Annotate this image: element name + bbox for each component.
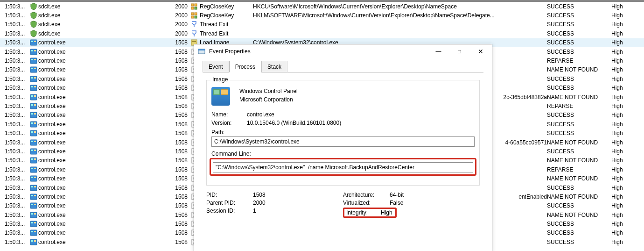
svg-rect-62 [31, 158, 33, 160]
process-name: control.exe [38, 103, 66, 109]
svg-rect-91 [34, 222, 36, 223]
detail-cell: High [611, 85, 635, 91]
result-cell: NAME NOT FOUND [547, 157, 611, 164]
process-icon [30, 111, 37, 119]
svg-rect-97 [30, 239, 37, 245]
path-label: Path: [211, 129, 475, 136]
titlebar[interactable]: Event Properties — □ ✕ [194, 44, 492, 58]
svg-rect-67 [34, 168, 36, 169]
svg-rect-29 [30, 85, 37, 91]
result-cell: NAME NOT FOUND [547, 175, 611, 182]
time-cell: 1:50:3... [0, 121, 30, 128]
time-cell: 1:50:3... [0, 21, 30, 28]
pid-cell: 1508 [170, 166, 190, 173]
svg-rect-95 [34, 231, 36, 232]
time-cell: 1:50:3... [0, 39, 30, 46]
tab-event[interactable]: Event [203, 61, 229, 72]
svg-rect-86 [31, 213, 33, 215]
integrity-highlight: Integrity: High [343, 208, 397, 218]
detail-cell: High [611, 30, 635, 37]
cmdline-field[interactable] [213, 162, 473, 172]
maximize-button[interactable]: □ [449, 45, 470, 58]
result-cell: SUCCESS [547, 148, 611, 155]
time-cell: 1:50:3... [0, 139, 30, 146]
virt-value: False [390, 200, 403, 206]
table-row[interactable]: 1:50:3...sdclt.exe2000Thread ExitSUCCESS… [0, 20, 644, 29]
result-cell: REPARSE [547, 57, 611, 64]
time-cell: 1:50:3... [0, 221, 30, 227]
process-name: control.exe [38, 157, 66, 164]
image-group-label: Image [210, 76, 230, 83]
operation-name: RegCloseKey [200, 12, 234, 19]
operation-icon [190, 3, 198, 10]
time-cell: 1:50:3... [0, 166, 30, 173]
process-icon [30, 21, 37, 28]
time-cell: 1:50:3... [0, 12, 30, 19]
pid-label: PID: [206, 192, 253, 198]
detail-cell: High [611, 94, 635, 100]
operation-icon [190, 12, 198, 19]
virt-label: Virtualized: [343, 200, 390, 206]
detail-cell: High [611, 139, 635, 146]
pid-cell: 1508 [170, 103, 190, 109]
process-name: control.exe [38, 175, 66, 182]
time-cell: 1:50:3... [0, 212, 30, 218]
result-cell: NAME NOT FOUND [547, 139, 611, 146]
process-name: control.exe [38, 121, 66, 128]
process-icon [30, 3, 37, 10]
result-cell: NAME NOT FOUND [547, 194, 611, 200]
path-field[interactable] [211, 136, 475, 147]
tab-process[interactable]: Process [229, 61, 261, 72]
time-cell: 1:50:3... [0, 94, 30, 100]
ppid-value: 2000 [253, 200, 266, 206]
detail-cell: High [611, 121, 635, 128]
table-row[interactable]: 1:50:3...sdclt.exe2000Thread ExitSUCCESS… [0, 29, 644, 38]
image-description: Windows Control Panel [239, 87, 298, 95]
svg-rect-1 [195, 4, 197, 6]
pid-cell: 2000 [170, 30, 190, 37]
svg-rect-79 [34, 195, 36, 196]
cmdline-label: Command Line: [211, 151, 475, 157]
svg-rect-51 [34, 131, 36, 133]
process-icon [30, 102, 37, 110]
process-icon [30, 166, 37, 173]
svg-rect-0 [191, 4, 194, 6]
process-name: control.exe [38, 76, 66, 82]
result-cell: SUCCESS [547, 239, 611, 245]
time-cell: 1:50:3... [0, 76, 30, 82]
time-cell: 1:50:3... [0, 239, 30, 245]
svg-rect-9 [31, 41, 33, 42]
pid-cell: 1508 [170, 202, 190, 209]
process-icon [30, 75, 37, 83]
integrity-value: High [381, 209, 392, 216]
process-icon [30, 12, 37, 19]
tab-stack[interactable]: Stack [261, 61, 287, 72]
svg-rect-41 [30, 112, 37, 118]
pid-cell: 1508 [170, 212, 190, 218]
pid-cell: 2000 [170, 21, 190, 28]
detail-cell: High [611, 229, 635, 236]
result-cell: SUCCESS [547, 121, 611, 128]
svg-rect-31 [34, 86, 36, 87]
svg-rect-57 [30, 149, 37, 154]
svg-rect-63 [34, 158, 36, 160]
table-row[interactable]: 1:50:3...sdclt.exe2000RegCloseKeyHKCU\So… [0, 2, 644, 11]
table-row[interactable]: 1:50:3...sdclt.exe2000RegCloseKeyHKLM\SO… [0, 11, 644, 20]
control-panel-icon [211, 87, 230, 106]
svg-rect-5 [195, 13, 197, 15]
minimize-button[interactable]: — [428, 45, 449, 58]
operation-name: Thread Exit [200, 21, 228, 28]
name-value: control.exe [247, 111, 274, 118]
svg-rect-4 [191, 13, 194, 15]
svg-rect-102 [198, 49, 205, 50]
tab-strip: Event Process Stack [203, 60, 483, 72]
process-name: control.exe [38, 166, 66, 173]
svg-rect-71 [34, 177, 36, 178]
process-name: control.exe [38, 49, 66, 55]
detail-cell: High [611, 239, 635, 245]
svg-rect-54 [31, 141, 33, 142]
pid-cell: 1508 [170, 112, 190, 118]
close-button[interactable]: ✕ [470, 45, 491, 58]
time-cell: 1:50:3... [0, 202, 30, 209]
time-cell: 1:50:3... [0, 49, 30, 55]
